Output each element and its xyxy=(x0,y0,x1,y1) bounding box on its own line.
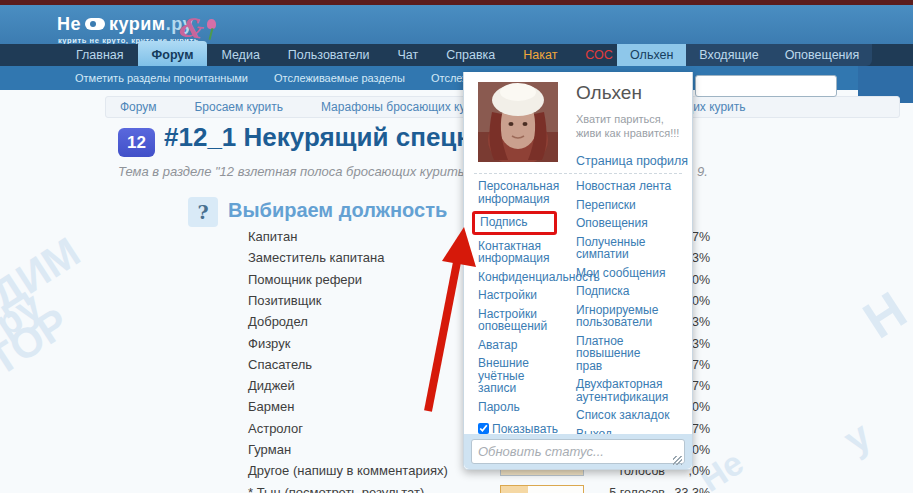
watermark-text: Н xyxy=(853,280,913,351)
logo-text-ne: Не xyxy=(57,14,81,34)
user-tab-входящие[interactable]: Входящие xyxy=(686,44,771,66)
poll-row: * Тыц (посмотреть результат)5 голосов33,… xyxy=(248,483,713,493)
dropdown-item-настройки-оповещений[interactable]: Настройки оповещений xyxy=(478,308,578,333)
dropdown-item-аватар[interactable]: Аватар xyxy=(478,339,578,352)
poll-option-label[interactable]: Спасатель xyxy=(248,357,312,372)
subnav-link[interactable]: Отметить разделы прочитанными xyxy=(75,66,248,90)
poll-option-label[interactable]: * Тыц (посмотреть результат) xyxy=(248,485,424,493)
poll-option-label[interactable]: Заместитель капитана xyxy=(248,250,385,265)
logo-flourish-icon: & xyxy=(176,12,203,45)
page-title: #12_1 Некурящий спецназ xyxy=(164,122,500,153)
poll-option-label[interactable]: Диджей xyxy=(248,378,295,393)
dropdown-username: Ольхен xyxy=(576,82,642,104)
nav-tab-пользователи[interactable]: Пользователи xyxy=(274,44,384,66)
poll-option-label[interactable]: Гурман xyxy=(248,442,291,457)
dropdown-item-игнорируемые-пользователи[interactable]: Игнорируемые пользователи xyxy=(576,304,688,329)
watermark-text: у xyxy=(836,413,879,463)
dropdown-right-column: Новостная лентаПерепискиОповещенияПолуче… xyxy=(576,180,688,446)
poll-option-label[interactable]: Астролог xyxy=(248,421,303,436)
user-tab-ольхен[interactable]: Ольхен xyxy=(617,44,686,66)
nav-tab-справка[interactable]: Справка xyxy=(432,44,509,66)
dropdown-item-платное-повышение-прав[interactable]: Платное повышение прав xyxy=(576,335,688,373)
subnav-link[interactable]: Отслеживаемые разделы xyxy=(274,66,405,90)
dropdown-footer xyxy=(464,434,692,469)
update-status-input[interactable] xyxy=(471,439,685,464)
breadcrumb-link[interactable]: Форум xyxy=(120,97,156,117)
poll-option-label[interactable]: Физрук xyxy=(248,336,290,351)
site-logo[interactable]: Некурим.ру xyxy=(57,14,193,35)
poll-option-label[interactable]: Капитан xyxy=(248,229,297,244)
no-smoking-gesture-icon xyxy=(85,18,105,30)
dropdown-item-полученные-симпатии[interactable]: Полученные симпатии xyxy=(576,236,688,261)
poll-option-label[interactable]: Добродел xyxy=(248,314,308,329)
main-nav-items: ГлавнаяФорумМедиаПользователиЧатСправкаН… xyxy=(62,44,627,66)
dropdown-item-настройки[interactable]: Настройки xyxy=(478,289,578,302)
dropdown-item-конфиденциальность[interactable]: Конфиденциальность xyxy=(478,271,578,284)
dropdown-item-подписка[interactable]: Подписка xyxy=(576,285,688,298)
dropdown-item-оповещения[interactable]: Оповещения xyxy=(576,217,688,230)
poll-option-label[interactable]: Позитивщик xyxy=(248,293,321,308)
nav-tab-форум[interactable]: Форум xyxy=(138,41,208,66)
profile-page-link[interactable]: Страница профиля xyxy=(576,154,688,168)
poll-option-label[interactable]: Другое (напишу в комментариях) xyxy=(248,463,448,478)
tulip-stem-icon xyxy=(209,28,214,40)
poll-option-label[interactable]: Бармен xyxy=(248,399,294,414)
dropdown-item-мои-сообщения[interactable]: Мои сообщения xyxy=(576,267,688,280)
dropdown-item-новостная-лента[interactable]: Новостная лента xyxy=(576,180,688,193)
dropdown-item-двухфакторная-аутентификация[interactable]: Двухфакторная аутентификация xyxy=(576,378,688,403)
dropdown-item-персональная-информация[interactable]: Персональная информация xyxy=(478,180,578,205)
nav-tab-накат[interactable]: Накат xyxy=(509,44,571,66)
dropdown-item-список-закладок[interactable]: Список закладок xyxy=(576,409,688,422)
user-tab-оповещения[interactable]: Оповещения xyxy=(772,44,873,66)
nav-tab-главная[interactable]: Главная xyxy=(62,44,138,66)
thread-subtitle-tail: 9. xyxy=(697,164,708,179)
thread-prefix-badge: 12 xyxy=(118,128,155,157)
dropdown-item-контактная-информация[interactable]: Контактная информация xyxy=(478,240,578,265)
poll-percent: 33,3% xyxy=(645,483,710,493)
nav-tab-чат[interactable]: Чат xyxy=(383,44,432,66)
main-navbar: ГлавнаяФорумМедиаПользователиЧатСправкаН… xyxy=(0,44,913,66)
dropdown-item-внешние-уч-тные-записи[interactable]: Внешние учётные записи xyxy=(478,357,578,395)
question-icon: ? xyxy=(188,197,218,227)
user-nav-tabs: ОльхенВходящиеОповещения xyxy=(617,44,872,66)
dropdown-item-подпись[interactable]: Подпись xyxy=(472,211,557,235)
poll-question: Выбираем должность xyxy=(228,199,447,222)
poll-result-bar xyxy=(500,485,584,493)
account-dropdown-menu: Ольхен Хватит париться, живи как нравитс… xyxy=(463,72,693,470)
poll-option-label[interactable]: Помощник рефери xyxy=(248,272,362,287)
logo-text-kurim: курим xyxy=(109,14,166,34)
breadcrumb-link[interactable]: Бросаем курить xyxy=(194,97,283,117)
poll-result-bar-fill xyxy=(501,486,528,493)
dropdown-divider xyxy=(474,173,682,174)
avatar[interactable] xyxy=(478,82,558,162)
site-header: Некурим.ру курить не круто, круто не кур… xyxy=(0,5,913,44)
online-status-checkbox[interactable] xyxy=(478,423,489,434)
search-input[interactable] xyxy=(695,75,837,97)
dropdown-left-column: Персональная информацияПодписьКонтактная… xyxy=(478,180,578,450)
nav-tab-медиа[interactable]: Медиа xyxy=(207,44,273,66)
dropdown-item-переписки[interactable]: Переписки xyxy=(576,199,688,212)
dropdown-item-пароль[interactable]: Пароль xyxy=(478,401,578,414)
dropdown-user-status: Хватит париться, живи как нравится!!! xyxy=(576,112,686,140)
